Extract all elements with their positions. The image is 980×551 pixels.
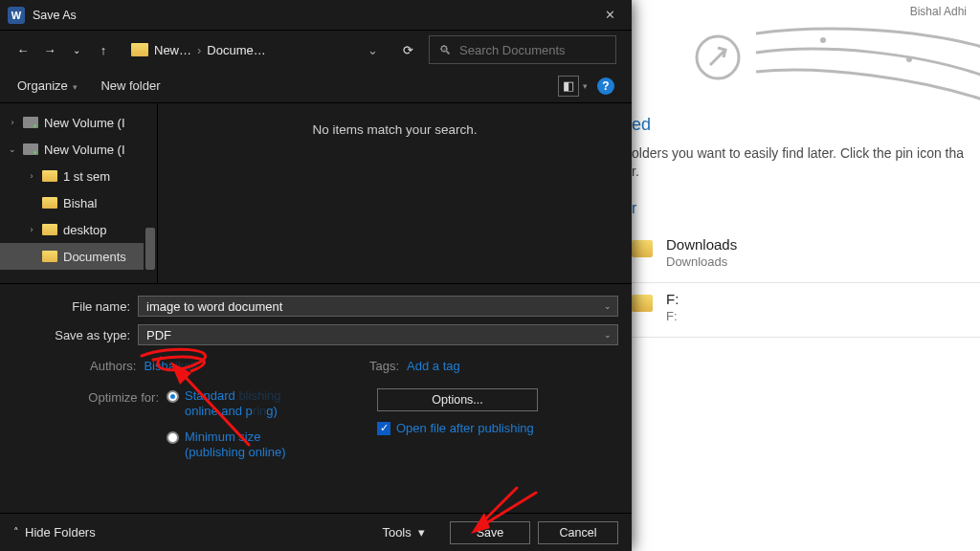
help-icon[interactable]: ? <box>597 77 614 95</box>
folder-icon <box>42 170 57 182</box>
save-button[interactable]: Save <box>450 521 530 544</box>
view-mode-button[interactable]: ◧ <box>558 76 579 97</box>
word-backstage: ed olders you want to easily find later.… <box>632 115 980 338</box>
chevron-right-icon: › <box>197 43 201 57</box>
decorative-swirl <box>670 19 980 105</box>
back-icon[interactable]: ← <box>15 42 31 57</box>
svg-point-0 <box>697 36 739 78</box>
file-list-pane: No items match your search. <box>158 103 632 283</box>
tags-input[interactable]: Add a tag <box>407 359 460 373</box>
forward-icon[interactable]: → <box>42 42 57 57</box>
filename-label: File name: <box>13 299 138 314</box>
empty-message: No items match your search. <box>313 122 478 137</box>
nav-row: ← → ⌄ ↑ New… › Docume… ⌄ ⟳ 🔍︎ <box>0 31 632 69</box>
chevron-down-icon[interactable]: ⌄ <box>8 144 17 154</box>
checkbox-icon: ✓ <box>377 422 390 435</box>
recent-name: F: <box>666 291 679 307</box>
chevron-down-icon[interactable]: ⌄ <box>368 43 378 57</box>
tree-item-label: New Volume (I <box>44 143 125 157</box>
chevron-right-icon[interactable]: › <box>27 171 36 181</box>
form-area: File name: image to word document⌄ Save … <box>0 283 632 481</box>
chevron-down-icon[interactable]: ⌄ <box>604 330 612 340</box>
tree-item-label: Documents <box>63 250 126 264</box>
word-app-icon: W <box>8 7 25 24</box>
optimize-minimum-radio[interactable]: Minimum size(publishing online) <box>167 430 286 461</box>
search-box[interactable]: 🔍︎ <box>429 35 616 64</box>
tree-item[interactable]: ⌄New Volume (I <box>0 136 157 163</box>
tree-item-label: New Volume (I <box>44 116 125 130</box>
chevron-down-icon[interactable]: ▾ <box>583 81 588 91</box>
open-after-checkbox[interactable]: ✓ Open file after publishing <box>377 421 618 435</box>
search-icon: 🔍︎ <box>439 43 452 57</box>
new-folder-button[interactable]: New folder <box>100 78 160 93</box>
history-chevron-icon[interactable]: ⌄ <box>69 42 84 57</box>
up-icon[interactable]: ↑ <box>96 42 111 57</box>
pinned-text: olders you want to easily find later. Cl… <box>632 145 964 161</box>
optimize-standard-radio[interactable]: Standard blishingonline and pring) <box>167 388 286 420</box>
radio-icon <box>167 431 179 444</box>
save-as-dialog: W Save As ✕ ← → ⌄ ↑ New… › Docume… ⌄ ⟳ 🔍… <box>0 0 632 551</box>
options-button[interactable]: Options... <box>377 388 538 411</box>
scrollbar-thumb[interactable] <box>145 228 155 270</box>
scrollbar[interactable] <box>144 103 157 283</box>
word-user: Bishal Adhi <box>910 5 967 18</box>
svg-point-1 <box>820 37 826 43</box>
tree-item[interactable]: Documents <box>0 243 157 270</box>
crumb-1[interactable]: New… <box>154 43 191 57</box>
chevron-right-icon[interactable]: › <box>27 225 36 234</box>
recent-path: Downloads <box>666 254 737 269</box>
tree-item-label: desktop <box>63 223 107 237</box>
sub-heading: r <box>632 200 980 217</box>
hide-folders-button[interactable]: ˄Hide Folders <box>13 525 96 540</box>
tree-item[interactable]: ›1 st sem <box>0 163 157 189</box>
folder-icon <box>632 240 653 257</box>
recent-row-downloads[interactable]: Downloads Downloads <box>632 229 980 283</box>
tree-item[interactable]: Bishal <box>0 189 157 216</box>
recent-row-f[interactable]: F: F: <box>632 283 980 338</box>
folder-icon <box>131 43 148 56</box>
folder-icon <box>632 295 653 312</box>
recent-path: F: <box>666 309 679 323</box>
tree-item-label: 1 st sem <box>63 169 110 184</box>
folder-tree[interactable]: ›New Volume (I⌄New Volume (I›1 st semBis… <box>0 103 158 283</box>
tools-dropdown[interactable]: Tools ▾ <box>382 525 425 540</box>
crumb-2[interactable]: Docume… <box>207 43 265 57</box>
drive-icon <box>23 117 38 128</box>
optimize-label: Optimize for: <box>13 388 167 470</box>
drive-icon <box>23 143 38 155</box>
address-bar[interactable]: New… › Docume… ⌄ <box>122 35 387 64</box>
svg-point-2 <box>906 56 912 62</box>
dialog-title: Save As <box>33 9 77 22</box>
recent-name: Downloads <box>666 236 737 253</box>
folder-icon <box>42 251 57 262</box>
pinned-heading: ed <box>632 115 980 135</box>
close-icon[interactable]: ✕ <box>588 0 632 31</box>
tags-label: Tags: <box>369 359 399 373</box>
search-input[interactable] <box>459 43 606 57</box>
chevron-right-icon[interactable]: › <box>8 118 17 127</box>
pinned-text-2: r. <box>632 164 639 179</box>
tree-item[interactable]: ›New Volume (I <box>0 109 157 136</box>
dialog-titlebar: W Save As ✕ <box>0 0 632 31</box>
filename-input[interactable]: image to word document⌄ <box>138 296 618 317</box>
tree-item-label: Bishal <box>63 196 97 210</box>
authors-label: Authors: <box>90 359 136 373</box>
saveastype-label: Save as type: <box>13 328 138 342</box>
dialog-footer: ˄Hide Folders Tools ▾ Save Cancel <box>0 513 632 551</box>
organize-button[interactable]: Organize ▾ <box>17 78 78 93</box>
saveastype-input[interactable]: PDF⌄ <box>138 324 618 345</box>
cancel-button[interactable]: Cancel <box>538 521 618 544</box>
authors-value[interactable]: Bishaikali <box>144 359 196 373</box>
chevron-down-icon[interactable]: ⌄ <box>604 301 612 311</box>
chevron-up-icon: ˄ <box>13 526 19 539</box>
folder-icon <box>42 224 57 235</box>
folder-icon <box>42 197 57 209</box>
radio-icon <box>167 390 179 403</box>
refresh-icon[interactable]: ⟳ <box>398 43 417 57</box>
toolbar-row: Organize ▾ New folder ◧ ▾ ? <box>0 69 632 103</box>
tree-item[interactable]: ›desktop <box>0 216 157 243</box>
